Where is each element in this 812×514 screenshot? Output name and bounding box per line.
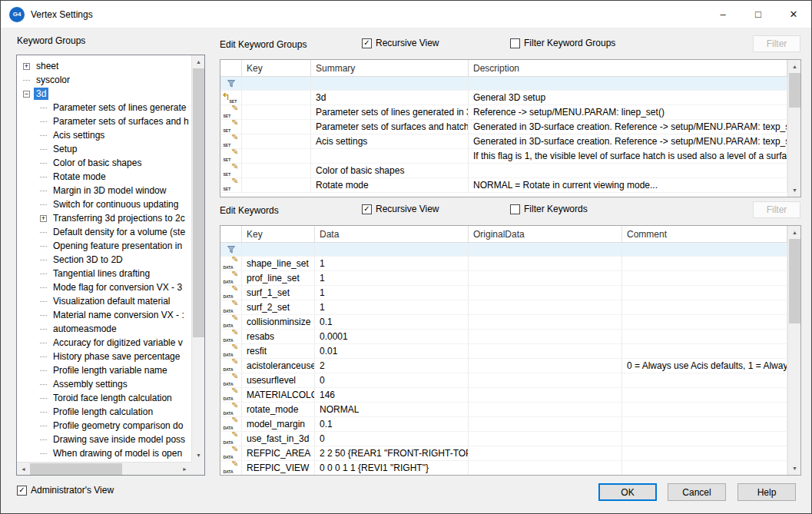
table-row[interactable]: ✎SETColor of basic shapes: [220, 164, 787, 178]
table-row[interactable]: ✎SETParameter sets of surfaces and hatch…: [220, 120, 787, 134]
checkbox-unchecked-icon[interactable]: [510, 38, 520, 48]
tree-item[interactable]: Rotate mode: [17, 170, 191, 184]
minimize-icon[interactable]: –: [705, 1, 741, 28]
scroll-down-icon[interactable]: ▼: [788, 462, 801, 475]
tree-item-label[interactable]: Acis settings: [51, 129, 107, 141]
scroll-right-icon[interactable]: ►: [178, 463, 191, 476]
tree-item-label[interactable]: Setup: [51, 143, 79, 155]
column-header-key[interactable]: Key: [242, 60, 311, 76]
tree-item[interactable]: Material name conversion VX - :: [17, 308, 191, 322]
tree-item[interactable]: Switch for continuous updating: [17, 197, 191, 211]
tree-item-label[interactable]: Opening feature presentation in: [51, 240, 184, 252]
help-button[interactable]: Help: [737, 483, 796, 501]
column-header-key[interactable]: Key: [242, 226, 315, 242]
tree-item-label[interactable]: Visualization default material: [51, 295, 173, 307]
tree-item-label[interactable]: Profile length variable name: [51, 364, 170, 376]
scroll-up-icon[interactable]: ▲: [788, 226, 801, 239]
scrollbar-thumb[interactable]: [193, 68, 204, 337]
tree-item-label[interactable]: Transferring 3d projections to 2c: [51, 212, 187, 224]
tree-item[interactable]: When drawing of model is open: [17, 446, 191, 460]
expand-icon[interactable]: +: [23, 63, 30, 70]
tree-item[interactable]: Accuracy for digitized variable v: [17, 336, 191, 350]
tree-item[interactable]: History phase save percentage: [17, 350, 191, 363]
table-row[interactable]: ✎DATAprof_line_set1: [220, 271, 787, 286]
tree-item-label[interactable]: Toroid face length calculation: [51, 392, 174, 404]
scroll-down-icon[interactable]: ▼: [192, 449, 205, 462]
tree-horizontal-scrollbar[interactable]: ◄ ►: [17, 462, 191, 475]
tree-item-label[interactable]: Tangential lines drafting: [51, 267, 152, 280]
scrollbar-thumb[interactable]: [789, 239, 800, 323]
table-row[interactable]: ✎DATAMATERIALCOLOR146: [220, 388, 787, 403]
cancel-button[interactable]: Cancel: [668, 483, 726, 501]
groups-filter-button[interactable]: Filter: [753, 35, 800, 52]
scrollbar-thumb[interactable]: [30, 463, 122, 475]
column-header-data[interactable]: Data: [315, 226, 469, 242]
tree-item[interactable]: Setup: [17, 142, 191, 156]
table-row[interactable]: ✎DATAresfit0.01: [220, 344, 787, 359]
keywords-filter-button[interactable]: Filter: [753, 201, 800, 218]
table-row[interactable]: ✎DATAusesurflevel0: [220, 373, 787, 388]
tree-item-label[interactable]: 3d: [34, 88, 48, 100]
tree-item[interactable]: Default density for a volume (ste: [17, 225, 191, 239]
table-row[interactable]: ✎SETParameter sets of lines generated in…: [220, 105, 787, 120]
tree-item[interactable]: −3d: [17, 87, 191, 101]
keywords-recursive-view-checkbox[interactable]: Recursive View: [362, 204, 439, 214]
filter-keywords-checkbox[interactable]: Filter Keywords: [510, 204, 588, 214]
tree-item-label[interactable]: syscolor: [34, 74, 72, 86]
collapse-icon[interactable]: −: [23, 91, 30, 98]
column-header-summary[interactable]: Summary: [311, 60, 469, 76]
groups-recursive-view-checkbox[interactable]: Recursive View: [362, 38, 439, 48]
table-row[interactable]: ✎DATAuse_fast_in_3d0: [220, 432, 787, 446]
tree-item[interactable]: Assembly settings: [17, 377, 191, 391]
checkbox-checked-icon[interactable]: [362, 204, 372, 214]
maximize-icon[interactable]: □: [741, 1, 776, 28]
tree-item[interactable]: Toroid face length calculation: [17, 391, 191, 405]
table-row[interactable]: SET3dGeneral 3D setup: [220, 91, 787, 105]
scroll-down-icon[interactable]: ▼: [788, 184, 801, 197]
table-row[interactable]: ✎DATAsurf_2_set1: [220, 300, 787, 315]
tree-item-label[interactable]: Drawing save inside model poss: [51, 433, 187, 446]
table-row[interactable]: ✎SETIf this flag is 1, the visible level…: [220, 149, 787, 164]
tree-item-label[interactable]: When drawing of model is open: [51, 447, 184, 459]
tree-item-label[interactable]: Rotate mode: [51, 171, 108, 183]
filter-row[interactable]: [220, 77, 787, 91]
column-header-comment[interactable]: Comment: [622, 226, 787, 242]
tree-item[interactable]: +Transferring 3d projections to 2c: [17, 211, 191, 225]
tree-item[interactable]: Visualization default material: [17, 294, 191, 308]
tree-item-label[interactable]: Default density for a volume (ste: [51, 226, 187, 238]
tree-item[interactable]: Parameter sets of surfaces and h: [17, 114, 191, 128]
scroll-up-icon[interactable]: ▲: [192, 55, 205, 68]
tree-item-label[interactable]: Accuracy for digitized variable v: [51, 337, 185, 349]
column-header-description[interactable]: Description: [469, 60, 787, 76]
table-row[interactable]: ✎DATAREFPIC_AREA2 2 50 {REAR1 "FRONT-RIG…: [220, 446, 787, 461]
tree-item-label[interactable]: Profile length calculation: [51, 406, 155, 418]
tree-item[interactable]: Drawing save inside model poss: [17, 433, 191, 446]
tree-item-label[interactable]: History phase save percentage: [51, 350, 182, 363]
tree-item[interactable]: Acis settings: [17, 128, 191, 142]
groups-table-scrollbar[interactable]: ▲ ▼: [787, 60, 800, 197]
scroll-up-icon[interactable]: ▲: [788, 60, 801, 73]
tree-item[interactable]: Color of basic shapes: [17, 156, 191, 170]
table-row[interactable]: ✎DATAcollisionminsize0.1: [220, 315, 787, 330]
table-row[interactable]: ✎DATAshape_line_set1: [220, 257, 787, 271]
table-row[interactable]: ✎DATAREFPIC_VIEW0 0 0 1 1 {REVI1 "RIGHT"…: [220, 461, 787, 475]
tree-item-label[interactable]: automeasmode: [51, 323, 119, 335]
tree-item-label[interactable]: Parameter sets of surfaces and h: [51, 115, 191, 128]
tree-item[interactable]: Mode flag for conversion VX - 3: [17, 280, 191, 294]
table-row[interactable]: ✎DATArotate_modeNORMAL: [220, 403, 787, 417]
tree-item-label[interactable]: Material name conversion VX - :: [51, 309, 187, 321]
tree-item[interactable]: Opening feature presentation in: [17, 239, 191, 253]
administrators-view-checkbox[interactable]: Administrator's View: [17, 485, 114, 496]
tree-item[interactable]: +sheet: [17, 59, 191, 73]
table-row[interactable]: ✎DATAsurf_1_set1: [220, 286, 787, 300]
tree-item-label[interactable]: Switch for continuous updating: [51, 198, 181, 211]
tree-item[interactable]: Margin in 3D model window: [17, 184, 191, 197]
checkbox-unchecked-icon[interactable]: [510, 204, 520, 214]
tree-item-label[interactable]: Mode flag for conversion VX - 3: [51, 281, 184, 293]
table-row[interactable]: ✎DATAmodel_margin0.1: [220, 417, 787, 432]
tree-item[interactable]: Tangential lines drafting: [17, 267, 191, 280]
scroll-left-icon[interactable]: ◄: [17, 463, 30, 476]
filter-keyword-groups-checkbox[interactable]: Filter Keyword Groups: [510, 38, 615, 48]
tree-item-label[interactable]: Parameter sets of lines generate: [51, 101, 188, 114]
table-row[interactable]: ✎SETAcis settingsGenerated in 3D-surface…: [220, 134, 787, 149]
